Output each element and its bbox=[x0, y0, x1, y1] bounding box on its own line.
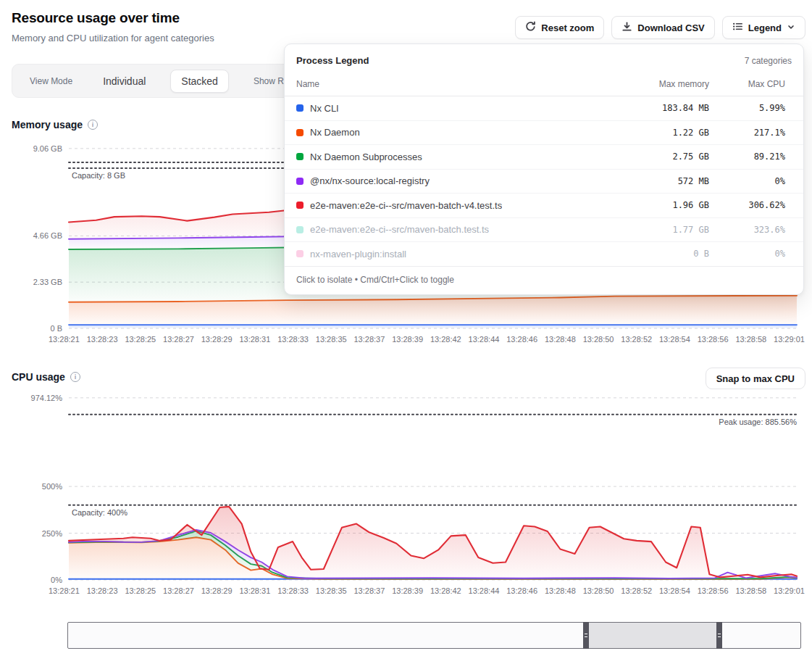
brush-selection[interactable] bbox=[586, 623, 719, 648]
x-axis-tick-label: 13:28:31 bbox=[239, 335, 270, 344]
series-color-swatch bbox=[296, 104, 304, 112]
memory-section-title: Memory usage i bbox=[12, 119, 98, 130]
x-axis-tick-label: 13:28:46 bbox=[506, 335, 537, 344]
cpu-plot[interactable] bbox=[69, 395, 797, 580]
process-legend-popup: Process Legend 7 categories Name Max mem… bbox=[284, 43, 804, 295]
series-color-swatch bbox=[296, 226, 304, 233]
column-name: Name bbox=[296, 79, 586, 89]
max-memory-value: 183.84 MB bbox=[586, 103, 709, 113]
max-cpu-value: 0% bbox=[709, 176, 785, 186]
column-max-cpu: Max CPU bbox=[709, 79, 785, 89]
x-axis-tick-label: 13:28:42 bbox=[430, 335, 461, 344]
x-axis-tick-label: 13:28:58 bbox=[735, 586, 766, 595]
max-memory-value: 0 B bbox=[586, 249, 709, 259]
legend-label: Legend bbox=[748, 22, 782, 33]
x-axis-tick-label: 13:28:44 bbox=[469, 335, 500, 344]
max-memory-value: 1.96 GB bbox=[586, 200, 709, 210]
popup-title: Process Legend bbox=[296, 55, 369, 66]
page-subtitle: Memory and CPU utilization for agent cat… bbox=[12, 33, 214, 43]
max-cpu-value: 217.1% bbox=[709, 128, 785, 138]
x-axis-tick-label: 13:28:50 bbox=[583, 335, 614, 344]
max-memory-value: 1.22 GB bbox=[586, 128, 709, 138]
x-axis-tick-label: 13:28:54 bbox=[659, 335, 690, 344]
cpu-chart[interactable]: 974.12%500%250%0%Peak usage: 885.56%Capa… bbox=[0, 395, 812, 599]
series-name: nx-maven-plugin:install bbox=[310, 249, 406, 260]
series-name: Nx CLI bbox=[310, 103, 339, 114]
series-name: e2e-maven:e2e-ci--src/maven-batch.test.t… bbox=[310, 224, 489, 235]
series-color-swatch bbox=[296, 178, 304, 185]
x-axis-tick-label: 13:28:35 bbox=[316, 335, 347, 344]
legend-row[interactable]: e2e-maven:e2e-ci--src/maven-batch.test.t… bbox=[285, 218, 803, 243]
x-axis-labels: 13:28:2113:28:2313:28:2513:28:2713:28:29… bbox=[49, 335, 805, 344]
x-axis-tick-label: 13:28:27 bbox=[163, 335, 194, 344]
resource-usage-page: Resource usage over time Memory and CPU … bbox=[0, 0, 812, 664]
x-axis-tick-label: 13:28:25 bbox=[125, 586, 156, 595]
x-axis-tick-label: 13:28:39 bbox=[392, 335, 423, 344]
x-axis-tick-label: 13:28:37 bbox=[354, 586, 385, 595]
max-cpu-value: 89.21% bbox=[709, 152, 785, 162]
series-color-swatch bbox=[296, 153, 304, 160]
header-actions: Reset zoom Download CSV Legend bbox=[515, 16, 805, 39]
x-axis-tick-label: 13:28:54 bbox=[659, 586, 690, 595]
legend-column-headers: Name Max memory Max CPU bbox=[285, 75, 803, 96]
download-csv-button[interactable]: Download CSV bbox=[611, 16, 714, 39]
legend-row[interactable]: Nx Daemon Subprocesses2.75 GB89.21% bbox=[285, 145, 803, 170]
legend-row[interactable]: @nx/nx-source:local-registry572 MB0% bbox=[285, 170, 803, 194]
download-icon bbox=[621, 21, 632, 34]
x-axis-tick-label: 13:29:01 bbox=[774, 335, 805, 344]
x-axis-tick-label: 13:28:33 bbox=[277, 586, 309, 595]
max-memory-value: 2.75 GB bbox=[586, 152, 709, 162]
x-axis-tick-label: 13:28:46 bbox=[506, 586, 537, 595]
x-axis-tick-label: 13:28:52 bbox=[621, 335, 652, 344]
x-axis-tick-label: 13:28:27 bbox=[163, 586, 194, 595]
x-axis-tick-label: 13:28:48 bbox=[545, 335, 576, 344]
view-mode-stacked[interactable]: Stacked bbox=[170, 70, 229, 93]
legend-rows: Nx CLI183.84 MB5.99%Nx Daemon1.22 GB217.… bbox=[285, 96, 803, 267]
y-axis-tick-label: 9.06 GB bbox=[0, 144, 62, 153]
legend-row[interactable]: e2e-maven:e2e-ci--src/maven-batch-v4.tes… bbox=[285, 194, 803, 218]
brush-handle-left[interactable] bbox=[583, 622, 589, 649]
memory-usage-heading: Memory usage bbox=[12, 119, 83, 130]
max-cpu-value: 0% bbox=[709, 249, 785, 259]
time-range-brush[interactable] bbox=[67, 622, 801, 649]
x-axis-tick-label: 13:28:35 bbox=[316, 586, 347, 595]
x-axis-tick-label: 13:29:01 bbox=[774, 586, 805, 595]
y-axis-tick-label: 0% bbox=[0, 576, 62, 584]
x-axis-tick-label: 13:28:21 bbox=[49, 586, 80, 595]
legend-row[interactable]: Nx CLI183.84 MB5.99% bbox=[285, 96, 803, 121]
series-color-swatch bbox=[296, 250, 304, 257]
x-axis-tick-label: 13:28:44 bbox=[469, 586, 500, 595]
download-csv-label: Download CSV bbox=[637, 22, 704, 33]
x-axis-tick-label: 13:28:42 bbox=[430, 586, 461, 595]
info-icon[interactable]: i bbox=[70, 372, 80, 382]
x-axis-tick-label: 13:28:29 bbox=[201, 335, 233, 344]
x-axis-tick-label: 13:28:29 bbox=[201, 586, 233, 595]
cpu-usage-heading: CPU usage bbox=[12, 371, 65, 383]
series-name: e2e-maven:e2e-ci--src/maven-batch-v4.tes… bbox=[310, 200, 502, 211]
series-name: @nx/nx-source:local-registry bbox=[310, 175, 430, 186]
view-mode-individual[interactable]: Individual bbox=[93, 70, 156, 92]
legend-button[interactable]: Legend bbox=[722, 16, 805, 39]
x-axis-tick-label: 13:28:21 bbox=[49, 335, 80, 344]
x-axis-tick-label: 13:28:25 bbox=[125, 335, 156, 344]
y-axis-tick-label: 2.33 GB bbox=[0, 278, 62, 286]
legend-row[interactable]: Nx Daemon1.22 GB217.1% bbox=[285, 121, 803, 146]
chevron-down-icon bbox=[787, 22, 795, 33]
y-axis-tick-label: 0 B bbox=[0, 324, 62, 333]
list-icon bbox=[732, 21, 743, 34]
max-cpu-value: 5.99% bbox=[709, 103, 785, 113]
reference-line-label: Capacity: 8 GB bbox=[72, 171, 125, 180]
legend-footer-hint: Click to isolate • Cmd/Ctrl+Click to tog… bbox=[285, 266, 803, 294]
info-icon[interactable]: i bbox=[88, 120, 98, 130]
brush-handle-right[interactable] bbox=[716, 622, 722, 649]
x-axis-tick-label: 13:28:58 bbox=[735, 335, 766, 344]
x-axis-tick-label: 13:28:37 bbox=[354, 335, 385, 344]
max-memory-value: 572 MB bbox=[586, 176, 709, 186]
snap-to-max-cpu-button[interactable]: Snap to max CPU bbox=[706, 368, 805, 389]
reset-zoom-button[interactable]: Reset zoom bbox=[515, 16, 604, 39]
x-axis-tick-label: 13:28:31 bbox=[239, 586, 270, 595]
legend-row[interactable]: nx-maven-plugin:install0 B0% bbox=[285, 242, 803, 267]
x-axis-tick-label: 13:28:56 bbox=[698, 335, 729, 344]
x-axis-labels: 13:28:2113:28:2313:28:2513:28:2713:28:29… bbox=[49, 586, 805, 595]
reference-line-label: Peak usage: 885.56% bbox=[719, 418, 797, 426]
